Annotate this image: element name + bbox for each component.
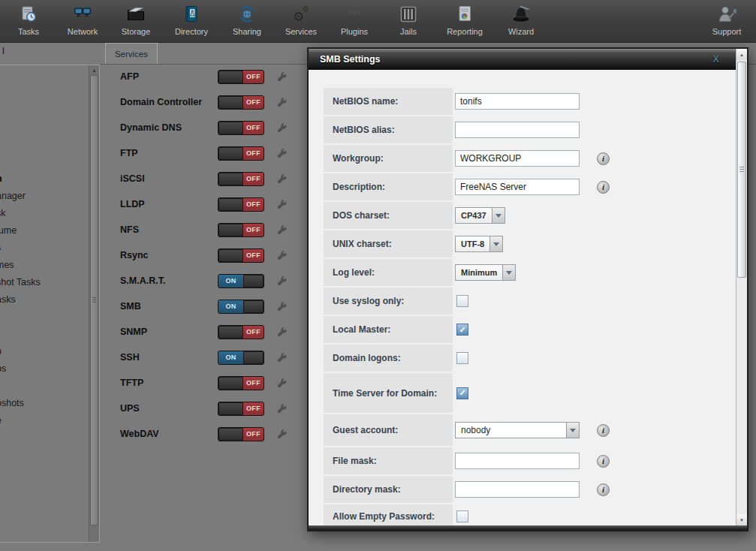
service-toggle-off[interactable]: OFF	[218, 197, 264, 212]
toolbar-item-plugins[interactable]: Plugins	[327, 2, 381, 41]
dialog-titlebar[interactable]: SMB Settings X	[309, 49, 736, 70]
wrench-icon[interactable]	[276, 429, 288, 440]
dropdown-arrow-button[interactable]	[492, 208, 505, 223]
toggle-knob[interactable]	[218, 224, 243, 236]
checkbox-checked[interactable]	[456, 324, 468, 336]
service-toggle-off[interactable]: OFF	[218, 95, 264, 110]
text-input[interactable]	[455, 179, 580, 195]
dialog-scrollbar[interactable]: ▲ ▼	[736, 49, 747, 525]
dropdown[interactable]: CP437	[455, 207, 505, 224]
dropdown-arrow-button[interactable]	[566, 423, 579, 438]
scroll-down-arrow[interactable]: ▼	[736, 514, 747, 525]
wrench-icon[interactable]	[276, 173, 288, 185]
checkbox[interactable]	[456, 295, 468, 307]
info-icon[interactable]: i	[597, 455, 610, 468]
tree-item-fragment[interactable]: sk	[0, 205, 6, 222]
toggle-knob[interactable]	[218, 326, 243, 339]
tree-item-fragment[interactable]: n	[0, 170, 2, 188]
dropdown[interactable]: nobody	[455, 422, 580, 438]
wrench-icon[interactable]	[276, 71, 288, 83]
info-icon[interactable]: i	[597, 424, 610, 437]
wrench-icon[interactable]	[276, 327, 288, 338]
dropdown-arrow-button[interactable]	[489, 236, 502, 251]
service-toggle-on[interactable]: ON	[218, 351, 264, 365]
dropdown-arrow-button[interactable]	[502, 265, 515, 280]
text-input[interactable]	[455, 93, 580, 110]
tree-item-fragment[interactable]: pshots	[0, 395, 24, 412]
toolbar-item-tasks[interactable]: Tasks	[2, 2, 56, 41]
text-input[interactable]	[455, 122, 580, 138]
service-toggle-off[interactable]: OFF	[218, 325, 264, 339]
scroll-up-arrow[interactable]: ▲	[736, 49, 747, 60]
wrench-icon[interactable]	[276, 224, 288, 236]
toggle-knob[interactable]	[218, 173, 243, 185]
service-toggle-off[interactable]: OFF	[218, 70, 264, 84]
tree-item-fragment[interactable]: asks	[0, 291, 16, 309]
wrench-icon[interactable]	[276, 276, 288, 287]
toggle-knob[interactable]	[243, 300, 264, 313]
tab-services[interactable]: Services	[105, 43, 158, 65]
toggle-knob[interactable]	[243, 275, 264, 288]
toggle-knob[interactable]	[218, 71, 243, 83]
service-toggle-off[interactable]: OFF	[218, 427, 264, 441]
tree-item-fragment[interactable]: e	[0, 412, 2, 429]
wrench-icon[interactable]	[276, 199, 288, 210]
info-icon[interactable]: i	[597, 152, 610, 165]
toggle-knob[interactable]	[218, 377, 243, 390]
tree-item-fragment[interactable]: anager	[0, 188, 26, 205]
toolbar-item-network[interactable]: Network	[56, 2, 110, 41]
toolbar-item-sharing[interactable]: Sharing	[220, 2, 274, 41]
tree-item-fragment[interactable]: s	[0, 239, 1, 257]
service-toggle-off[interactable]: OFF	[218, 376, 264, 390]
toolbar-item-jails[interactable]: Jails	[381, 2, 435, 41]
wrench-icon[interactable]	[276, 97, 288, 108]
wrench-icon[interactable]	[276, 378, 288, 389]
dropdown[interactable]: UTF-8	[455, 236, 503, 252]
toggle-knob[interactable]	[218, 402, 243, 415]
scrollbar-thumb[interactable]	[737, 62, 746, 278]
toggle-knob[interactable]	[218, 147, 243, 160]
tree-item-fragment[interactable]: lume	[0, 222, 17, 239]
service-toggle-off[interactable]: OFF	[218, 223, 264, 237]
toggle-knob[interactable]	[218, 122, 243, 134]
tree-item-fragment[interactable]: p	[0, 343, 2, 360]
wrench-icon[interactable]	[276, 301, 288, 312]
wrench-icon[interactable]	[276, 122, 288, 134]
info-icon[interactable]: i	[597, 483, 610, 496]
service-toggle-on[interactable]: ON	[218, 300, 264, 314]
tree-item-fragment[interactable]: bs	[0, 360, 6, 378]
toggle-knob[interactable]	[218, 428, 243, 441]
checkbox[interactable]	[456, 510, 468, 522]
scrollbar-thumb[interactable]	[90, 75, 98, 525]
service-toggle-on[interactable]: ON	[218, 274, 264, 288]
toolbar-item-support[interactable]: Support	[700, 2, 754, 41]
scroll-up-arrow[interactable]: ▲	[89, 65, 99, 74]
service-toggle-off[interactable]: OFF	[218, 172, 264, 186]
toolbar-item-wizard[interactable]: Wizard	[494, 2, 548, 41]
wrench-icon[interactable]	[276, 352, 288, 363]
close-icon[interactable]: X	[712, 53, 719, 65]
toggle-knob[interactable]	[218, 198, 243, 211]
wrench-icon[interactable]	[276, 250, 288, 261]
service-toggle-off[interactable]: OFF	[218, 146, 264, 161]
toolbar-item-storage[interactable]: Storage	[109, 2, 163, 41]
checkbox[interactable]	[456, 352, 468, 364]
wrench-icon[interactable]	[276, 148, 288, 159]
checkbox-checked[interactable]	[456, 387, 468, 399]
toolbar-item-directory[interactable]: Directory	[164, 2, 218, 41]
toolbar-item-services[interactable]: ⚙⚙ Services	[274, 2, 328, 41]
info-icon[interactable]: i	[597, 181, 610, 194]
service-toggle-off[interactable]: OFF	[218, 248, 264, 263]
text-input[interactable]	[455, 453, 580, 469]
wrench-icon[interactable]	[276, 403, 288, 414]
text-input[interactable]	[455, 150, 580, 167]
service-toggle-off[interactable]: OFF	[218, 402, 264, 416]
toggle-knob[interactable]	[218, 96, 243, 109]
text-input[interactable]	[455, 481, 580, 498]
tree-item-fragment[interactable]: shot Tasks	[0, 274, 41, 291]
dropdown[interactable]: Minimum	[455, 264, 516, 281]
service-toggle-off[interactable]: OFF	[218, 121, 264, 135]
sidebar-scrollbar[interactable]: ▲	[89, 65, 99, 542]
toggle-knob[interactable]	[243, 351, 264, 364]
tree-item-fragment[interactable]: mes	[0, 257, 14, 274]
